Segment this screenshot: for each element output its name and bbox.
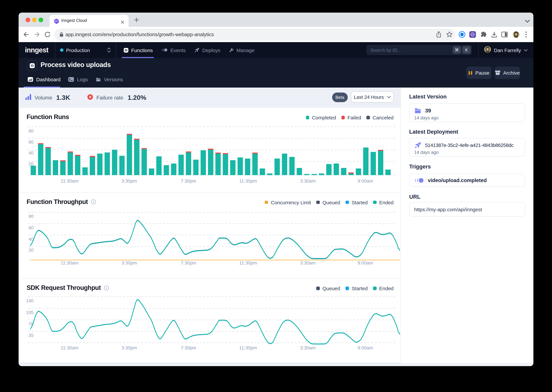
svg-text:60: 60 — [29, 225, 34, 230]
svg-text:11:30pm: 11:30pm — [239, 345, 257, 350]
svg-text:105: 105 — [26, 310, 34, 315]
svg-text:11:30am: 11:30am — [61, 260, 79, 265]
svg-text:3:30am: 3:30am — [300, 178, 316, 183]
svg-text:9:00am: 9:00am — [357, 178, 373, 183]
svg-text:80: 80 — [29, 214, 34, 219]
svg-text:80: 80 — [29, 128, 34, 133]
svg-text:60: 60 — [29, 140, 34, 145]
svg-text:9:00am: 9:00am — [357, 260, 373, 265]
svg-text:11:30pm: 11:30pm — [239, 178, 257, 183]
svg-text:35: 35 — [29, 333, 34, 338]
svg-text:11:30am: 11:30am — [61, 345, 79, 350]
svg-text:3:30am: 3:30am — [300, 260, 316, 265]
svg-text:40: 40 — [29, 151, 34, 155]
svg-text:7:30pm: 7:30pm — [181, 345, 196, 350]
svg-text:140: 140 — [26, 298, 34, 303]
svg-text:7:30pm: 7:30pm — [181, 178, 196, 183]
svg-text:7:30pm: 7:30pm — [181, 260, 196, 265]
svg-text:3:30am: 3:30am — [300, 345, 316, 350]
svg-text:9:00am: 9:00am — [357, 345, 373, 350]
svg-text:11:30pm: 11:30pm — [239, 260, 257, 265]
svg-text:3:30pm: 3:30pm — [121, 178, 137, 183]
svg-text:3:30pm: 3:30pm — [121, 345, 137, 350]
svg-text:11:30am: 11:30am — [61, 178, 79, 183]
svg-text:3:30pm: 3:30pm — [121, 260, 137, 265]
svg-text:20: 20 — [29, 248, 34, 252]
